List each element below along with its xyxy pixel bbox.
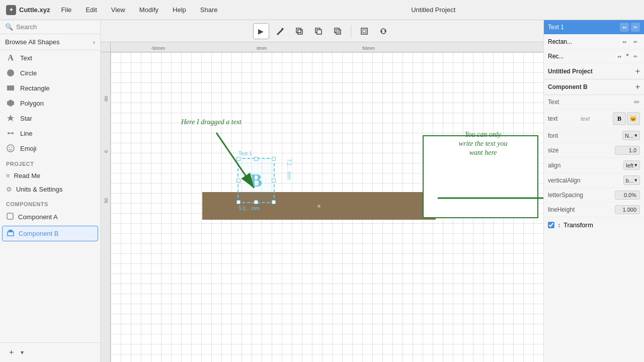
line-height-value[interactable]: 1.000 [615, 205, 640, 214]
svg-rect-1 [7, 85, 14, 90]
svg-point-9 [12, 147, 13, 148]
layer-rectan-resize-btn[interactable]: ⇔ [620, 37, 629, 46]
ruler-mark-plus50: 50mm [362, 46, 375, 51]
layer-rec[interactable]: Rec... ⇔ ● ✏ [544, 49, 644, 64]
text-element[interactable]: Text 1 B 5.0... mm 7.1... mm [237, 158, 275, 203]
vertical-align-property-row: verticalAlign b... ▾ [544, 173, 644, 188]
logo-icon: ✦ [6, 5, 16, 15]
boolean-intersect-tool[interactable] [330, 23, 346, 39]
layer-rec-edit-btn[interactable]: ✏ [631, 52, 640, 61]
svg-rect-21 [361, 28, 367, 34]
layer-text1-edit-btn[interactable]: ✏ [631, 23, 640, 32]
project-section-header: PROJECT [0, 156, 100, 169]
align-value: left [626, 162, 633, 168]
text-prop-value-display: text [581, 116, 590, 122]
align-property-row: align left ▾ [544, 158, 644, 173]
font-dropdown-arrow: ▾ [634, 132, 637, 139]
ruler-vertical: -50 0 50 [101, 52, 111, 362]
shape-line[interactable]: Line [0, 126, 100, 141]
menu-share[interactable]: Share [197, 5, 221, 15]
rectangle-shape-icon [6, 83, 15, 93]
pen-tool[interactable] [272, 23, 288, 39]
vertical-align-dropdown-arrow: ▾ [634, 177, 637, 184]
transform-checkbox[interactable] [548, 222, 554, 228]
shape-emoji-label: Emoji [20, 145, 37, 152]
search-icon: 🔍 [5, 23, 13, 31]
svg-point-7 [7, 145, 14, 152]
menu-modify[interactable]: Modify [136, 5, 162, 15]
svg-point-0 [7, 69, 14, 76]
right-component-add-btn[interactable]: + [635, 82, 640, 92]
layer-rec-resize-btn[interactable]: ⇔ [615, 52, 624, 61]
shape-text[interactable]: A Text [0, 50, 100, 65]
font-value: N... [625, 133, 633, 139]
layer-rectan-edit-btn[interactable]: ✏ [631, 37, 640, 46]
right-project-add-btn[interactable]: + [635, 67, 640, 76]
shape-rectangle[interactable]: Rectangle [0, 80, 100, 96]
menu-edit[interactable]: Edit [83, 5, 100, 15]
shape-star[interactable]: Star [0, 111, 100, 126]
text-property-row: text text B 🐱 [544, 110, 644, 128]
text-section-title: Text [548, 99, 559, 106]
polygon-shape-icon [6, 99, 15, 108]
boolean-subtract-tool[interactable] [310, 23, 327, 39]
search-input[interactable] [16, 23, 95, 31]
layer-text1[interactable]: Text 1 ⇔ ✏ [544, 20, 644, 35]
bold-style-btn[interactable]: B [613, 112, 626, 125]
letter-spacing-value[interactable]: 0.0% [615, 191, 640, 200]
component-b-label: Component B [19, 230, 59, 237]
component-b-item[interactable]: Component B [2, 226, 98, 241]
shape-emoji[interactable]: Emoji [0, 141, 100, 156]
text-height-label: 7.1... mm [286, 159, 292, 180]
layer-rec-label: Rec... [548, 53, 564, 60]
layer-rectan-icons: ⇔ ✏ [620, 37, 640, 46]
right-project-label: Untitled Project [548, 68, 593, 75]
layer-text1-label: Text 1 [548, 24, 564, 31]
size-value[interactable]: 1.0 [615, 146, 640, 155]
star-shape-icon [6, 114, 15, 123]
ruler-mark-minus50: -50mm [151, 46, 165, 51]
project-readme[interactable]: ≡ Read Me [0, 169, 100, 183]
svg-rect-17 [317, 30, 321, 34]
project-units-settings[interactable]: ⚙ Units & Settings [0, 183, 100, 196]
right-sidebar: Text 1 ⇔ ✏ Rectan... ⇔ ✏ Rec... ⇔ ● ✏ [543, 20, 644, 362]
svg-marker-2 [7, 100, 14, 107]
menu-view[interactable]: View [108, 5, 128, 15]
component-a-icon [6, 212, 14, 222]
font-dropdown[interactable]: N... ▾ [622, 131, 640, 140]
repeat-tool[interactable] [375, 23, 391, 39]
component-a-item[interactable]: Component A [0, 209, 100, 225]
right-component-label: Component B [548, 83, 588, 90]
align-dropdown-arrow: ▾ [634, 162, 637, 168]
component-dropdown-button[interactable]: ▾ [21, 349, 24, 356]
right-component-header: Component B + [544, 79, 644, 95]
align-dropdown[interactable]: left ▾ [623, 160, 640, 170]
browse-shapes-button[interactable]: Browse All Shapes › [0, 34, 100, 50]
select-tool[interactable]: ▶ [253, 23, 269, 39]
menu-bar: ✦ Cuttle.xyz File Edit View Modify Help … [0, 0, 644, 20]
transform-tool[interactable] [356, 23, 372, 39]
svg-rect-22 [363, 30, 366, 33]
size-property-row: size 1.0 [544, 143, 644, 158]
font-prop-label: font [548, 132, 558, 139]
shape-polygon-label: Polygon [20, 100, 44, 107]
menu-file[interactable]: File [58, 5, 74, 15]
canvas-viewport[interactable]: -50mm 0mm 50mm -50 0 50 [101, 42, 543, 362]
shape-polygon[interactable]: Polygon [0, 96, 100, 111]
text-section-edit-btn[interactable]: ✏ [634, 98, 640, 106]
menu-help[interactable]: Help [170, 5, 189, 15]
svg-rect-10 [7, 213, 13, 219]
add-component-button[interactable]: + [6, 347, 17, 358]
layer-rectan[interactable]: Rectan... ⇔ ✏ [544, 35, 644, 49]
size-prop-label: size [548, 147, 558, 154]
layer-rec-left: Rec... [548, 53, 564, 60]
shape-circle[interactable]: Circle [0, 65, 100, 80]
annotation-text-2: You can onlywrite the text youwant here [425, 130, 541, 158]
cat-style-btn[interactable]: 🐱 [627, 112, 640, 125]
boolean-union-tool[interactable] [291, 23, 307, 39]
ruler-horizontal: -50mm 0mm 50mm [111, 42, 543, 52]
layer-text1-icons: ⇔ ✏ [620, 23, 640, 32]
text-shape-icon: A [6, 53, 15, 62]
layer-text1-resize-btn[interactable]: ⇔ [620, 23, 629, 32]
vertical-align-dropdown[interactable]: b... ▾ [623, 175, 640, 185]
